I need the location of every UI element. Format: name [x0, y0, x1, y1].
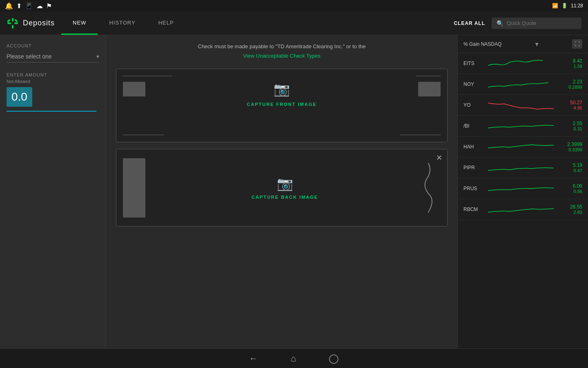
clear-all-button[interactable]: CLEAR ALL	[454, 20, 485, 26]
ticker-price: 2.55	[554, 121, 582, 126]
ticker-name: YO	[463, 102, 488, 108]
svg-rect-0	[12, 18, 13, 22]
back-button[interactable]: ←	[249, 353, 258, 364]
ticker-values: 2.55 0.31	[554, 121, 582, 131]
tab-history[interactable]: HISTORY	[98, 11, 147, 35]
right-panel-header: % Gain NASDAQ ▼ ⛶	[458, 35, 588, 53]
amount-underline	[7, 111, 96, 112]
ticker-item[interactable]: NOY 2.23 0.2899	[458, 74, 588, 95]
ticker-price: 2.23	[554, 79, 582, 85]
check-back-inner: ✕ 📷 CAPTURE BACK IMAGE	[116, 149, 447, 226]
ticker-chart	[488, 78, 554, 90]
enter-amount-label: ENTER AMOUNT	[7, 72, 99, 77]
ticker-chart	[488, 99, 554, 111]
search-icon: 🔍	[497, 20, 503, 27]
main-layout: ACCOUNT Please select one ▾ ENTER AMOUNT…	[0, 35, 588, 348]
capture-back-label[interactable]: CAPTURE BACK IMAGE	[252, 195, 318, 200]
recents-button[interactable]: ◯	[329, 353, 339, 364]
wifi-icon: 📶	[552, 3, 558, 9]
ticker-name: NOY	[463, 81, 488, 87]
ticker-item[interactable]: /BI 2.55 0.31	[458, 116, 588, 137]
check-front-inner: 📷 CAPTURE FRONT IMAGE	[116, 69, 447, 142]
tab-new[interactable]: NEW	[61, 11, 98, 35]
quick-quote-input[interactable]	[507, 20, 577, 26]
back-center: 📷 CAPTURE BACK IMAGE	[154, 176, 416, 200]
ticker-item[interactable]: PRUS 6.06 0.56	[458, 178, 588, 199]
capture-front-box: 📷 CAPTURE FRONT IMAGE	[116, 69, 448, 142]
check-info-text: Check must be made payable to "TD Amerit…	[116, 43, 448, 49]
camera-back-icon[interactable]: 📷	[277, 176, 293, 191]
gain-nasdaq-arrow-icon: ▼	[534, 41, 540, 47]
ticker-item[interactable]: YO 50.27 4.95	[458, 95, 588, 116]
cloud-icon: ☁	[36, 2, 43, 10]
back-icon: ←	[249, 353, 258, 364]
ticker-name: PIPR	[463, 165, 488, 171]
ticker-item[interactable]: EITS 8.42 1.59	[458, 53, 588, 74]
ticker-values: 2.23 0.2899	[554, 79, 582, 90]
status-icons: 🔔 ⬆ 📱 ☁ ⚑	[5, 2, 52, 10]
check-box-left	[123, 82, 145, 96]
flag-icon: ⚑	[46, 2, 52, 10]
ticker-name: /BI	[463, 123, 488, 129]
home-button[interactable]: ⌂	[291, 353, 296, 364]
expand-icon: ⛶	[575, 41, 580, 47]
right-panel: % Gain NASDAQ ▼ ⛶ EITS 8.42 1.59 NOY	[457, 35, 588, 348]
nav-tabs: NEW HISTORY HELP	[61, 11, 447, 35]
amount-display: 0.0	[7, 87, 32, 107]
amount-value: 0.0	[11, 90, 27, 103]
ticker-item[interactable]: HAH 2.3999 0.3399	[458, 137, 588, 157]
view-unacceptable-link[interactable]: View Unacceptable Check Types	[116, 53, 448, 59]
svg-rect-3	[14, 22, 18, 24]
ticker-name: PRUS	[463, 186, 488, 191]
account-selector[interactable]: Please select one ▾	[7, 53, 99, 63]
ticker-item[interactable]: RBCM 28.55 2.83	[458, 199, 588, 220]
ticker-chart	[488, 120, 554, 132]
ticker-name: HAH	[463, 144, 488, 150]
svg-rect-5	[14, 19, 18, 22]
ticker-values: 2.3999 0.3399	[554, 141, 582, 152]
ticker-list: EITS 8.42 1.59 NOY 2.23 0.2899 Y	[458, 53, 588, 348]
bottom-nav: ← ⌂ ◯	[0, 348, 588, 368]
back-right-doodle	[416, 159, 441, 216]
center-content: Check must be made payable to "TD Amerit…	[106, 35, 457, 348]
ticker-price: 28.55	[554, 204, 582, 210]
nav-right: CLEAR ALL 🔍	[447, 11, 588, 35]
tab-help[interactable]: HELP	[147, 11, 185, 35]
chevron-down-icon: ▾	[96, 53, 99, 60]
check-middle-row: 📷	[123, 81, 441, 97]
check-line-top-left	[123, 76, 172, 76]
sidebar: ACCOUNT Please select one ▾ ENTER AMOUNT…	[0, 35, 106, 348]
ticker-change: 0.56	[554, 189, 582, 194]
ticker-change: 0.31	[554, 126, 582, 131]
time-display: 11:28	[571, 3, 583, 9]
ticker-chart	[488, 203, 554, 215]
quick-quote-container: 🔍	[492, 18, 581, 29]
ticker-change: 0.3399	[554, 147, 582, 152]
check-bottom-lines	[123, 135, 441, 135]
check-line-top-right	[416, 76, 441, 76]
ticker-item[interactable]: PIPR 5.19 0.47	[458, 157, 588, 178]
ticker-values: 6.06 0.56	[554, 183, 582, 194]
expand-button[interactable]: ⛶	[572, 39, 582, 49]
check-box-right	[418, 82, 441, 96]
notification-icon: 🔔	[5, 2, 13, 10]
svg-rect-1	[12, 25, 13, 29]
recents-icon: ◯	[329, 353, 339, 364]
ticker-change: 2.83	[554, 210, 582, 215]
ticker-chart	[488, 162, 554, 174]
capture-back-box: ✕ 📷 CAPTURE BACK IMAGE	[116, 149, 448, 227]
ticker-values: 5.19 0.47	[554, 162, 582, 173]
camera-icon[interactable]: 📷	[274, 81, 290, 97]
close-back-button[interactable]: ✕	[436, 153, 442, 162]
ticker-price: 2.3999	[554, 141, 582, 147]
ticker-values: 28.55 2.83	[554, 204, 582, 215]
svg-rect-4	[7, 19, 11, 22]
ticker-change: 4.95	[554, 105, 582, 110]
ticker-price: 6.06	[554, 183, 582, 189]
tablet-icon: 📱	[25, 2, 33, 10]
ticker-change: 0.47	[554, 168, 582, 173]
ticker-name: EITS	[463, 61, 488, 66]
check-line-bottom-left	[123, 135, 164, 135]
capture-front-label[interactable]: CAPTURE FRONT IMAGE	[123, 102, 441, 107]
ticker-chart	[488, 182, 554, 195]
